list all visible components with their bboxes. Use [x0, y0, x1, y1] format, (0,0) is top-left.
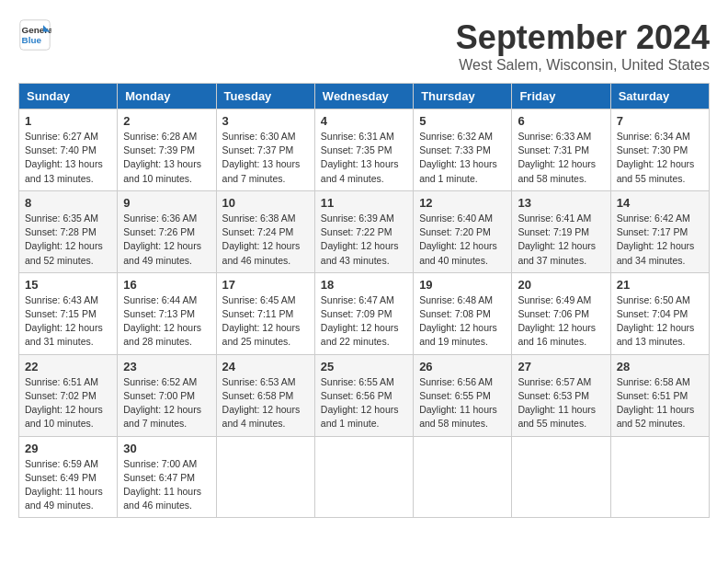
header-cell-thursday: Thursday: [414, 84, 512, 109]
location-title: West Salem, Wisconsin, United States: [456, 57, 710, 74]
day-cell: 6Sunrise: 6:33 AMSunset: 7:31 PMDaylight…: [512, 109, 610, 191]
day-cell: 24Sunrise: 6:53 AMSunset: 6:58 PMDayligh…: [216, 354, 314, 436]
day-cell: 2Sunrise: 6:28 AMSunset: 7:39 PMDaylight…: [118, 109, 216, 191]
day-number: 18: [321, 278, 407, 292]
day-info: Sunrise: 6:51 AMSunset: 7:02 PMDaylight:…: [25, 375, 111, 431]
week-row-1: 1Sunrise: 6:27 AMSunset: 7:40 PMDaylight…: [19, 109, 710, 191]
day-cell: 3Sunrise: 6:30 AMSunset: 7:37 PMDaylight…: [216, 109, 314, 191]
day-cell: 15Sunrise: 6:43 AMSunset: 7:15 PMDayligh…: [19, 272, 118, 354]
day-number: 5: [419, 114, 506, 128]
day-number: 13: [518, 196, 604, 210]
header-row: SundayMondayTuesdayWednesdayThursdayFrid…: [19, 84, 710, 109]
header-cell-tuesday: Tuesday: [216, 84, 314, 109]
day-info: Sunrise: 6:28 AMSunset: 7:39 PMDaylight:…: [123, 130, 210, 186]
day-number: 24: [222, 360, 309, 373]
header: General Blue September 2024 West Salem, …: [18, 18, 710, 74]
day-number: 10: [222, 196, 309, 210]
day-cell: [512, 436, 610, 518]
header-cell-sunday: Sunday: [19, 84, 118, 109]
day-cell: [414, 436, 512, 518]
day-number: 17: [222, 278, 309, 292]
day-info: Sunrise: 6:55 AMSunset: 6:56 PMDaylight:…: [321, 375, 407, 431]
header-cell-monday: Monday: [118, 84, 216, 109]
day-cell: 29Sunrise: 6:59 AMSunset: 6:49 PMDayligh…: [19, 436, 118, 518]
day-number: 21: [617, 278, 703, 292]
day-number: 7: [617, 114, 703, 128]
day-cell: 8Sunrise: 6:35 AMSunset: 7:28 PMDaylight…: [19, 190, 118, 272]
day-cell: [610, 436, 709, 518]
day-info: Sunrise: 6:40 AMSunset: 7:20 PMDaylight:…: [419, 212, 506, 268]
day-info: Sunrise: 6:43 AMSunset: 7:15 PMDaylight:…: [25, 293, 111, 350]
day-number: 25: [321, 360, 407, 373]
day-cell: 16Sunrise: 6:44 AMSunset: 7:13 PMDayligh…: [118, 272, 216, 354]
day-number: 30: [123, 442, 210, 455]
day-cell: 21Sunrise: 6:50 AMSunset: 7:04 PMDayligh…: [610, 272, 709, 354]
day-number: 12: [419, 196, 506, 210]
day-cell: 25Sunrise: 6:55 AMSunset: 6:56 PMDayligh…: [314, 354, 413, 436]
day-cell: 7Sunrise: 6:34 AMSunset: 7:30 PMDaylight…: [610, 109, 709, 191]
day-info: Sunrise: 6:34 AMSunset: 7:30 PMDaylight:…: [617, 130, 703, 186]
day-cell: 9Sunrise: 6:36 AMSunset: 7:26 PMDaylight…: [118, 190, 216, 272]
day-number: 19: [419, 278, 506, 292]
day-info: Sunrise: 6:45 AMSunset: 7:11 PMDaylight:…: [222, 293, 309, 350]
day-info: Sunrise: 6:35 AMSunset: 7:28 PMDaylight:…: [25, 212, 111, 268]
day-number: 2: [123, 114, 210, 128]
day-info: Sunrise: 6:58 AMSunset: 6:51 PMDaylight:…: [617, 375, 703, 431]
day-cell: 26Sunrise: 6:56 AMSunset: 6:55 PMDayligh…: [414, 354, 512, 436]
day-number: 3: [222, 114, 309, 128]
day-number: 23: [123, 360, 210, 373]
day-number: 28: [617, 360, 703, 373]
day-info: Sunrise: 6:56 AMSunset: 6:55 PMDaylight:…: [419, 375, 506, 431]
day-number: 1: [25, 114, 111, 128]
day-info: Sunrise: 6:33 AMSunset: 7:31 PMDaylight:…: [518, 130, 604, 186]
day-cell: 1Sunrise: 6:27 AMSunset: 7:40 PMDaylight…: [19, 109, 118, 191]
day-cell: 30Sunrise: 7:00 AMSunset: 6:47 PMDayligh…: [118, 436, 216, 518]
day-cell: 11Sunrise: 6:39 AMSunset: 7:22 PMDayligh…: [314, 190, 413, 272]
day-info: Sunrise: 6:49 AMSunset: 7:06 PMDaylight:…: [518, 293, 604, 350]
day-info: Sunrise: 6:53 AMSunset: 6:58 PMDaylight:…: [222, 375, 309, 431]
day-number: 26: [419, 360, 506, 373]
logo-icon: General Blue: [18, 18, 51, 52]
day-cell: 13Sunrise: 6:41 AMSunset: 7:19 PMDayligh…: [512, 190, 610, 272]
week-row-4: 22Sunrise: 6:51 AMSunset: 7:02 PMDayligh…: [19, 354, 710, 436]
title-area: September 2024 West Salem, Wisconsin, Un…: [456, 18, 710, 74]
day-cell: 19Sunrise: 6:48 AMSunset: 7:08 PMDayligh…: [414, 272, 512, 354]
day-cell: 4Sunrise: 6:31 AMSunset: 7:35 PMDaylight…: [314, 109, 413, 191]
calendar-table: SundayMondayTuesdayWednesdayThursdayFrid…: [18, 83, 710, 518]
day-info: Sunrise: 6:47 AMSunset: 7:09 PMDaylight:…: [321, 293, 407, 350]
day-number: 29: [25, 442, 111, 455]
header-cell-friday: Friday: [512, 84, 610, 109]
day-number: 4: [321, 114, 407, 128]
day-info: Sunrise: 6:44 AMSunset: 7:13 PMDaylight:…: [123, 293, 210, 350]
day-cell: 27Sunrise: 6:57 AMSunset: 6:53 PMDayligh…: [512, 354, 610, 436]
day-cell: 22Sunrise: 6:51 AMSunset: 7:02 PMDayligh…: [19, 354, 118, 436]
day-cell: [314, 436, 413, 518]
day-cell: 14Sunrise: 6:42 AMSunset: 7:17 PMDayligh…: [610, 190, 709, 272]
day-info: Sunrise: 6:36 AMSunset: 7:26 PMDaylight:…: [123, 212, 210, 268]
day-info: Sunrise: 6:27 AMSunset: 7:40 PMDaylight:…: [25, 130, 111, 186]
week-row-2: 8Sunrise: 6:35 AMSunset: 7:28 PMDaylight…: [19, 190, 710, 272]
day-number: 14: [617, 196, 703, 210]
day-cell: [216, 436, 314, 518]
day-cell: 17Sunrise: 6:45 AMSunset: 7:11 PMDayligh…: [216, 272, 314, 354]
day-cell: 5Sunrise: 6:32 AMSunset: 7:33 PMDaylight…: [414, 109, 512, 191]
day-cell: 20Sunrise: 6:49 AMSunset: 7:06 PMDayligh…: [512, 272, 610, 354]
day-cell: 28Sunrise: 6:58 AMSunset: 6:51 PMDayligh…: [610, 354, 709, 436]
logo: General Blue: [18, 18, 51, 52]
day-info: Sunrise: 6:50 AMSunset: 7:04 PMDaylight:…: [617, 293, 703, 350]
week-row-3: 15Sunrise: 6:43 AMSunset: 7:15 PMDayligh…: [19, 272, 710, 354]
day-number: 11: [321, 196, 407, 210]
day-cell: 23Sunrise: 6:52 AMSunset: 7:00 PMDayligh…: [118, 354, 216, 436]
header-cell-saturday: Saturday: [610, 84, 709, 109]
day-number: 27: [518, 360, 604, 373]
day-info: Sunrise: 6:30 AMSunset: 7:37 PMDaylight:…: [222, 130, 309, 186]
day-info: Sunrise: 6:41 AMSunset: 7:19 PMDaylight:…: [518, 212, 604, 268]
day-cell: 10Sunrise: 6:38 AMSunset: 7:24 PMDayligh…: [216, 190, 314, 272]
day-cell: 12Sunrise: 6:40 AMSunset: 7:20 PMDayligh…: [414, 190, 512, 272]
day-info: Sunrise: 7:00 AMSunset: 6:47 PMDaylight:…: [123, 457, 210, 513]
day-number: 15: [25, 278, 111, 292]
day-number: 20: [518, 278, 604, 292]
day-number: 9: [123, 196, 210, 210]
day-info: Sunrise: 6:39 AMSunset: 7:22 PMDaylight:…: [321, 212, 407, 268]
day-info: Sunrise: 6:31 AMSunset: 7:35 PMDaylight:…: [321, 130, 407, 186]
